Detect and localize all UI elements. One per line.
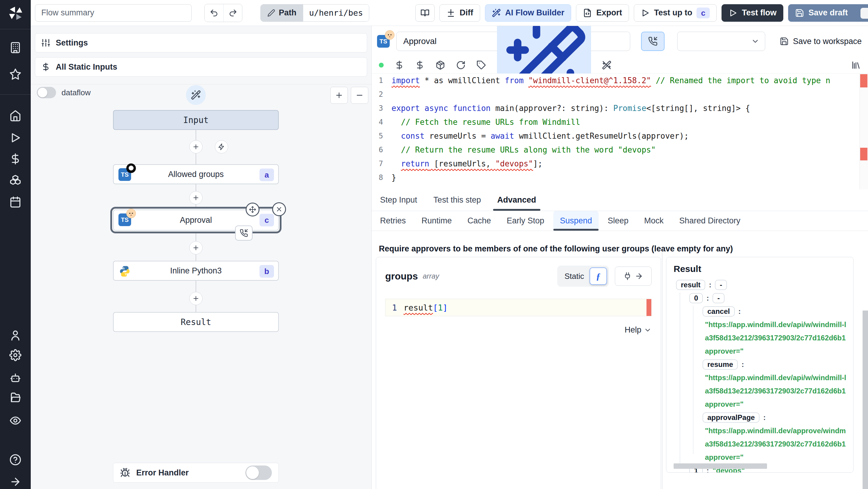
user-icon[interactable]	[9, 330, 22, 342]
windmill-flow-editor: Path u/henri/bes Diff AI Flow Builder Ex…	[0, 0, 868, 489]
move-node-button[interactable]	[246, 203, 259, 216]
json-key-badge[interactable]: result	[676, 280, 705, 290]
add-step-button[interactable]	[189, 241, 203, 254]
graph-node-allowed-groups[interactable]: TS Allowed groups a	[113, 164, 279, 184]
add-step-button[interactable]	[189, 292, 203, 305]
json-tree-row[interactable]: resume:	[674, 358, 846, 371]
path-button[interactable]: Path	[261, 4, 303, 22]
stab-sleep[interactable]: Sleep	[601, 211, 635, 231]
stab-suspend[interactable]: Suspend	[553, 211, 599, 231]
stab-runtime[interactable]: Runtime	[415, 211, 459, 231]
stab-shared-directory[interactable]: Shared Directory	[673, 211, 747, 231]
runs-icon[interactable]	[9, 132, 22, 144]
settings-gear-icon[interactable]	[9, 349, 22, 361]
stab-early-stop[interactable]: Early Stop	[500, 211, 551, 231]
json-key-badge[interactable]: resume	[703, 359, 738, 370]
json-tree-row[interactable]: cancel:	[674, 305, 846, 318]
ai-flow-builder-button[interactable]: AI Flow Builder	[485, 4, 571, 22]
json-collapse-badge[interactable]: -	[715, 280, 727, 290]
home-icon[interactable]	[9, 110, 22, 122]
wand-off-icon[interactable]	[602, 60, 612, 70]
json-tree-row[interactable]: result:-	[674, 278, 846, 292]
app-sidebar	[0, 0, 31, 489]
trigger-button[interactable]	[215, 140, 228, 153]
graph-node-inline-python3[interactable]: Inline Python3 b	[113, 261, 279, 281]
pencil-icon	[267, 9, 275, 17]
undo-button[interactable]	[205, 4, 223, 22]
save-draft-button[interactable]: Save draft	[788, 4, 868, 22]
panel-splitter[interactable]	[662, 252, 662, 489]
vertical-scrollbar-thumb[interactable]	[863, 310, 868, 489]
export-button[interactable]: Export	[576, 4, 629, 22]
star-icon[interactable]	[9, 68, 22, 80]
workers-robot-icon[interactable]	[9, 372, 22, 384]
redo-button[interactable]	[223, 4, 242, 22]
all-static-inputs-label: All Static Inputs	[56, 62, 117, 72]
path-control[interactable]: Path u/henri/bes	[260, 4, 369, 22]
indent-guide	[693, 306, 693, 454]
help-dropdown[interactable]: Help	[385, 325, 652, 335]
connect-input-button[interactable]	[615, 267, 652, 286]
building-icon[interactable]	[9, 41, 22, 54]
workspace-script-select[interactable]	[677, 32, 765, 51]
expand-sidebar-icon[interactable]	[9, 476, 22, 488]
resources-icon[interactable]	[9, 174, 22, 186]
json-collapse-badge[interactable]: -	[712, 293, 724, 303]
flow-graph-panel: Settings All Static Inputs dataflow	[31, 26, 372, 489]
add-step-button[interactable]	[189, 140, 203, 153]
tab-advanced[interactable]: Advanced	[491, 189, 543, 211]
json-key-badge[interactable]: 0	[689, 293, 703, 303]
add-step-button[interactable]	[189, 191, 203, 205]
audit-eye-icon[interactable]	[9, 415, 22, 427]
error-handler-card[interactable]: Error Handler	[113, 463, 279, 483]
all-static-inputs-button[interactable]: All Static Inputs	[35, 57, 367, 77]
node-id-badge: c	[259, 214, 274, 226]
code-editor[interactable]: 1import * as wmillClient from "windmill-…	[372, 73, 868, 189]
package-icon[interactable]	[435, 60, 445, 70]
docs-button[interactable]	[415, 4, 435, 22]
flow-settings-button[interactable]: Settings	[35, 33, 367, 53]
tab-step-input[interactable]: Step Input	[373, 189, 424, 211]
graph-node-result[interactable]: Result	[113, 312, 279, 332]
static-label[interactable]: Static	[564, 272, 584, 281]
save-to-workspace-button[interactable]: Save to workspace	[780, 37, 862, 46]
ai-graph-wand-button[interactable]	[186, 85, 206, 105]
suspend-phone-button[interactable]	[641, 32, 664, 51]
flow-summary-input[interactable]	[35, 4, 192, 22]
tab-test-this-step[interactable]: Test this step	[427, 189, 488, 211]
json-tree-row[interactable]: 0:-	[674, 292, 846, 305]
test-flow-button[interactable]: Test flow	[721, 4, 783, 22]
folders-icon[interactable]	[9, 392, 22, 404]
plus-circle-icon	[192, 244, 199, 251]
play-outline-icon	[641, 8, 650, 18]
groups-expression-editor[interactable]: 1 result[1]	[385, 299, 652, 316]
variables-icon[interactable]	[9, 153, 22, 165]
graph-node-input[interactable]: Input	[113, 110, 279, 130]
schedules-icon[interactable]	[9, 196, 22, 208]
zoom-out-button[interactable]	[351, 87, 368, 104]
library-icon[interactable]	[851, 60, 861, 70]
suspend-phone-badge[interactable]	[235, 225, 253, 241]
help-icon[interactable]	[9, 454, 22, 466]
diff-button[interactable]: Diff	[439, 4, 480, 22]
dataflow-toggle[interactable]	[37, 87, 56, 98]
json-tree-row[interactable]: approvalPage:	[674, 411, 846, 424]
stab-cache[interactable]: Cache	[461, 211, 498, 231]
json-colon: :	[763, 413, 766, 422]
zoom-in-button[interactable]	[330, 87, 348, 104]
delete-node-button[interactable]	[272, 202, 286, 216]
stab-retries[interactable]: Retries	[373, 211, 412, 231]
horizontal-scrollbar-thumb[interactable]	[674, 463, 767, 469]
javascript-expression-toggle[interactable]: ƒ	[590, 267, 607, 285]
error-handler-toggle[interactable]	[245, 465, 272, 480]
variables-icon[interactable]	[395, 60, 404, 70]
resources-dollar-icon[interactable]	[415, 60, 425, 70]
windmill-logo-icon[interactable]	[8, 5, 24, 21]
book-open-icon	[421, 8, 430, 18]
json-key-badge[interactable]: cancel	[703, 306, 735, 316]
test-up-to-button[interactable]: Test up to c	[634, 4, 717, 22]
json-key-badge[interactable]: approvalPage	[703, 412, 760, 423]
stab-mock[interactable]: Mock	[638, 211, 670, 231]
tag-icon[interactable]	[476, 60, 486, 70]
reload-icon[interactable]	[456, 60, 466, 70]
